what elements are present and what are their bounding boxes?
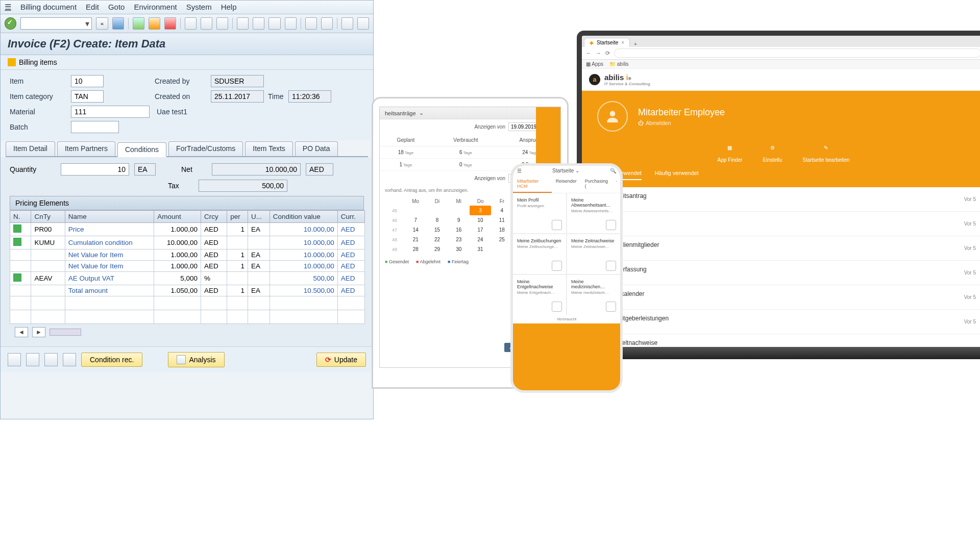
app-tile[interactable]: Meine EntgeltnachweiseMeine Entgeltnach… [513, 275, 566, 315]
batch-field[interactable] [71, 121, 119, 133]
empty-row[interactable] [10, 310, 365, 324]
menu-environment[interactable]: Environment [134, 3, 177, 12]
chevron-down-icon[interactable]: ⌄ [575, 168, 579, 173]
tax-field: 500,00 [199, 180, 287, 192]
shortcut-icon[interactable] [321, 17, 333, 30]
table-row[interactable]: Net Value for Item1.000,00AED 1EA10.000,… [10, 249, 365, 261]
empty-row[interactable] [10, 296, 365, 310]
table-row[interactable]: Net Value for Item1.000,00AED 1EA10.000,… [10, 261, 365, 272]
edit-home-button[interactable]: ✎Startseite bearbeiten [802, 145, 849, 163]
list-item[interactable]: Mein ProfilAppVor 5 [582, 212, 980, 236]
tab-hcm[interactable]: Mitarbeiter HCM [513, 176, 552, 193]
table-row[interactable]: Total amount1.050,00AED 1EA10.500,00AED [10, 285, 365, 296]
next-page-icon[interactable] [268, 17, 280, 30]
quantity-field[interactable]: 10 [61, 163, 129, 176]
list-item[interactable]: Mein TeamkalenderAppVor 5 [582, 285, 980, 310]
menu-goto[interactable]: Goto [108, 3, 125, 12]
save-icon[interactable] [112, 17, 124, 30]
insert-icon[interactable] [26, 353, 39, 366]
print-icon[interactable] [185, 17, 197, 30]
cube-icon [8, 58, 16, 66]
tab-item-partners[interactable]: Item Partners [57, 141, 115, 156]
first-page-icon[interactable] [237, 17, 249, 30]
tab-po-data[interactable]: PO Data [295, 141, 338, 156]
ok-icon[interactable] [5, 17, 16, 30]
list-item[interactable]: Meine FamilienmitgliederAppVor 5 [582, 236, 980, 261]
date-label-2: Anzeigen von [474, 176, 505, 181]
browser-tab[interactable]: ◆ Startseite × [584, 38, 630, 47]
app-tile[interactable]: Meine Abwesenheitsant…Meine Abwesenheits… [567, 193, 620, 233]
new-tab-button[interactable]: + [630, 41, 641, 47]
tab-conditions[interactable]: Conditions [117, 142, 166, 157]
menu-icon[interactable]: ☰ [517, 168, 522, 173]
update-button[interactable]: ⟳Update [316, 353, 366, 367]
refresh-icon: ⟳ [325, 356, 331, 364]
table-row[interactable]: KUMUCumulation condition10.000,00AED 10.… [10, 236, 365, 249]
logout-link[interactable]: ⏻Abmelden [638, 120, 725, 126]
apps-shortcut[interactable]: ▦ Apps [586, 61, 603, 67]
table-row[interactable]: PR00Price1.000,00AED 1EA10.000,00AED [10, 223, 365, 236]
grid-prev-icon[interactable]: ◄ [15, 327, 28, 337]
tab-purchasing[interactable]: Purchasing ( [581, 176, 612, 193]
new-session-icon[interactable] [305, 17, 317, 30]
category-label: Item category [10, 92, 71, 101]
item-field[interactable]: 10 [71, 75, 104, 87]
settings-button[interactable]: ⚙Einstellu [763, 145, 782, 163]
layout-icon[interactable] [357, 17, 369, 30]
grid-next-icon[interactable]: ► [32, 327, 45, 337]
command-dropdown[interactable] [20, 17, 92, 30]
app-list: AbwesenheitsantragAppVor 5Mein ProfilApp… [582, 187, 980, 357]
close-tab-icon[interactable]: × [621, 40, 624, 45]
tab-item-detail[interactable]: Item Detail [6, 141, 55, 156]
list-item[interactable]: Meine ArbeitgeberleistungenAppVor 5 [582, 310, 980, 334]
back-icon[interactable]: ← [586, 50, 592, 56]
menu-system[interactable]: System [186, 3, 212, 12]
col-header: Curr. [337, 211, 364, 223]
table-row[interactable]: AEAVAE Output VAT5,000% 500,00AED [10, 272, 365, 285]
forward-icon[interactable]: → [596, 50, 601, 56]
cancel-icon[interactable] [164, 17, 176, 30]
url-bar[interactable] [614, 48, 980, 58]
back-icon[interactable]: « [96, 17, 108, 30]
menu-billing-document[interactable]: Billing document [20, 3, 77, 12]
nav-exit-icon[interactable] [149, 17, 160, 30]
bookmark-abilis[interactable]: 📁 abilis [609, 61, 629, 67]
tab-item-texts[interactable]: Item Texts [245, 141, 293, 156]
menu-doc-icon[interactable]: ☰ [5, 3, 11, 12]
list-item[interactable]: AbwesenheitsantragAppVor 5 [582, 187, 980, 212]
find-icon[interactable] [201, 17, 212, 30]
category-field[interactable]: TAN [71, 90, 104, 103]
condition-rec-button[interactable]: Condition rec. [81, 353, 142, 367]
nav-back-icon[interactable] [133, 17, 144, 30]
list-item[interactable]: Meine ZeiterfassungAppVor 5 [582, 261, 980, 285]
chevron-right-icon[interactable]: › [612, 176, 620, 193]
find-next-icon[interactable] [216, 17, 228, 30]
conditions-section: Quantity 10 EA Net 10.000,00 AED Tax 500… [1, 157, 373, 346]
app-finder-button[interactable]: ▦App Finder [717, 145, 742, 163]
app-tile[interactable]: Meine ZeitbuchungenMeine Zeitbuchunge… [513, 234, 566, 274]
delete-icon[interactable] [44, 353, 58, 366]
app-tile[interactable]: Meine medizinischen…Meine medizinisch… [567, 275, 620, 315]
billing-items-button[interactable]: Billing items [19, 58, 57, 66]
employee-name: Mitarbeiter Employee [638, 107, 725, 118]
search-icon[interactable]: 🔍 [610, 168, 616, 173]
col-header: N. [10, 211, 31, 223]
prev-page-icon[interactable] [253, 17, 264, 30]
menu-edit[interactable]: Edit [86, 3, 99, 12]
menu-help[interactable]: Help [221, 3, 237, 12]
last-page-icon[interactable] [285, 17, 297, 30]
help-icon[interactable] [341, 17, 353, 30]
grid-scrollbar[interactable] [50, 329, 81, 336]
choose-icon[interactable] [63, 353, 76, 366]
analysis-button[interactable]: Analysis [168, 352, 224, 367]
app-tile[interactable]: Meine ZeitnachweiseMeine Zeitnachwei… [567, 234, 620, 274]
material-field[interactable]: 111 [71, 106, 150, 118]
detail-icon[interactable] [8, 353, 21, 366]
app-tile[interactable]: Mein ProfilProfil anzeigen [513, 193, 566, 233]
chevron-down-icon[interactable]: ⌄ [419, 110, 424, 116]
reload-icon[interactable]: ⟳ [605, 50, 610, 57]
tab-frequent[interactable]: Häufig verwendet [655, 170, 699, 180]
tab-reisender[interactable]: Reisender [552, 176, 581, 193]
tab-fortrade[interactable]: ForTrade/Customs [168, 141, 243, 156]
legend-sent: Gesendet [385, 259, 409, 264]
